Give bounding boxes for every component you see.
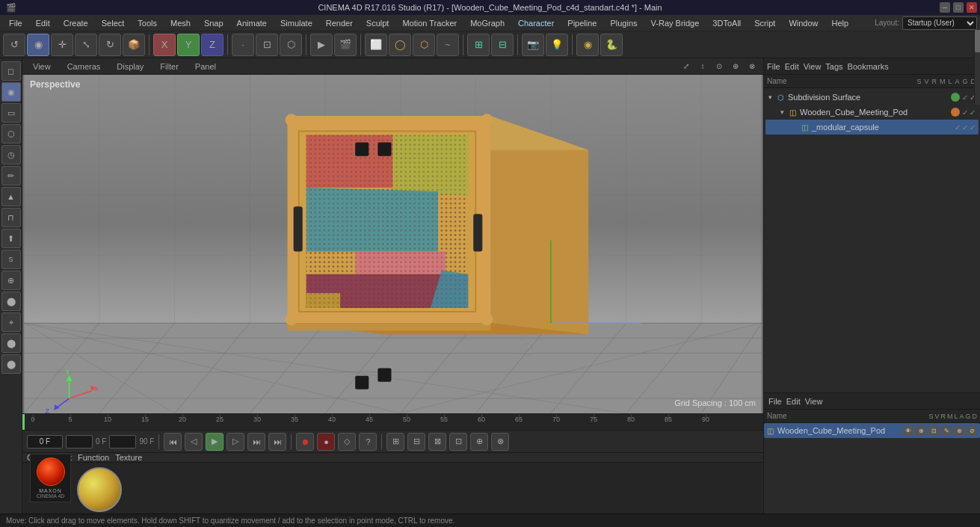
object-tool[interactable]: 📦 [123, 34, 145, 56]
attr-ctrl-1[interactable]: 👁 [903, 425, 913, 436]
material-preview-ball[interactable] [77, 467, 122, 512]
edges-mode[interactable]: ⊡ [256, 34, 278, 56]
menu-vray[interactable]: V-Ray Bridge [645, 17, 706, 29]
magnet-tool[interactable]: ⬤ [1, 292, 21, 311]
goto-start-btn[interactable]: ⏮ [164, 433, 182, 451]
obj-view-menu[interactable]: View [804, 62, 822, 71]
menu-motion-tracker[interactable]: Motion Tracker [396, 17, 463, 29]
slide-tool[interactable]: ⊕ [1, 271, 21, 290]
symmetry-tool[interactable]: ⊟ [491, 34, 514, 56]
menu-simulate[interactable]: Simulate [274, 17, 318, 29]
menu-edit[interactable]: Edit [30, 17, 56, 29]
bevel-tool[interactable]: S [1, 250, 21, 269]
smooth-brush[interactable]: ⬤ [1, 333, 21, 353]
extrude-tool[interactable]: ⬆ [1, 229, 21, 248]
scrollbar-thumb[interactable] [975, 30, 980, 52]
view5-btn[interactable]: ⊕ [470, 433, 488, 451]
bridge-tool[interactable]: ⊓ [1, 208, 21, 227]
minimize-button[interactable]: ─ [940, 2, 950, 13]
viewport-canvas[interactable]: Perspective Grid Spacing : 100 cm [22, 75, 763, 413]
menu-3dtoall[interactable]: 3DToAll [706, 17, 747, 29]
viewport-icon-5[interactable]: ⊗ [745, 60, 759, 73]
help-btn[interactable]: ? [359, 433, 377, 451]
view1-btn[interactable]: ⊞ [386, 433, 404, 451]
attr-file-menu[interactable]: File [768, 397, 782, 406]
viewport-icon-1[interactable]: ⤢ [679, 60, 693, 73]
cylinder-primitive[interactable]: ⬡ [413, 34, 435, 56]
z-axis-btn[interactable]: Z [201, 34, 224, 56]
polygon-mode[interactable]: ⬡ [280, 34, 302, 56]
play-btn[interactable]: ▶ [206, 433, 224, 451]
obj-row-modular[interactable]: ◫ _modular_capsule ✓ ✓ ✓ [765, 120, 979, 135]
menu-select[interactable]: Select [96, 17, 131, 29]
loop-select[interactable]: ◷ [1, 145, 21, 164]
viewport-filter-tab[interactable]: Filter [154, 61, 184, 73]
keyframe-btn[interactable]: ◇ [338, 433, 356, 451]
menu-window[interactable]: Window [783, 17, 824, 29]
menu-sculpt[interactable]: Sculpt [360, 17, 395, 29]
goto-end-btn[interactable]: ⏭ [247, 433, 265, 451]
maximize-button[interactable]: □ [953, 2, 964, 13]
points-mode[interactable]: · [232, 34, 254, 56]
obj-row-wooden-cube[interactable]: ▾ ◫ Wooden_Cube_Meeting_Pod ✓ ✓ [765, 105, 979, 120]
vray-sphere[interactable]: ◉ [576, 34, 599, 56]
play-render[interactable]: ▶ [310, 34, 333, 56]
model-mode-tool[interactable]: ◉ [27, 34, 49, 56]
right-scrollbar[interactable] [974, 30, 980, 105]
mat-texture-menu[interactable]: Texture [115, 453, 142, 462]
attr-ctrl-4[interactable]: ✎ [941, 425, 952, 436]
current-frame-input[interactable] [27, 435, 63, 449]
light-tool[interactable]: 💡 [546, 34, 568, 56]
attr-selected-row[interactable]: ◫ Wooden_Cube_Meeting_Pod 👁 ⊕ ⊡ ✎ ⊗ ⊘ [764, 423, 980, 438]
menu-mograph[interactable]: MoGraph [464, 17, 511, 29]
move-tool[interactable]: ✛ [51, 34, 73, 56]
view2-btn[interactable]: ⊟ [407, 433, 425, 451]
undo-tool[interactable]: ↺ [3, 34, 25, 56]
paint-tool[interactable]: ⬤ [1, 354, 21, 374]
viewport-icon-2[interactable]: ↕ [696, 60, 709, 73]
menu-animate[interactable]: Animate [231, 17, 273, 29]
viewport-cameras-tab[interactable]: Cameras [61, 61, 107, 73]
menu-render[interactable]: Render [320, 17, 359, 29]
menu-character[interactable]: Character [512, 17, 560, 29]
viewport-panel-tab[interactable]: Panel [189, 61, 222, 73]
spline-tool[interactable]: ~ [437, 34, 459, 56]
scale-tool[interactable]: ⤡ [75, 34, 97, 56]
menu-tools[interactable]: Tools [132, 17, 163, 29]
fps-input[interactable] [66, 435, 93, 449]
view6-btn[interactable]: ⊗ [491, 433, 509, 451]
viewport-display-tab[interactable]: Display [111, 61, 150, 73]
sphere-primitive[interactable]: ◯ [389, 34, 411, 56]
camera-tool[interactable]: 📷 [522, 34, 544, 56]
menu-snap[interactable]: Snap [198, 17, 229, 29]
menu-pipeline[interactable]: Pipeline [561, 17, 603, 29]
step-fwd-btn[interactable]: ▷ [226, 433, 244, 451]
menu-create[interactable]: Create [58, 17, 94, 29]
obj-tags-menu[interactable]: Tags [825, 62, 842, 71]
menu-script[interactable]: Script [748, 17, 781, 29]
view4-btn[interactable]: ⊡ [449, 433, 467, 451]
record-btn[interactable]: ⏺ [296, 433, 314, 451]
timeline-ruler[interactable]: 051015202530354045505560657075808590 [22, 413, 763, 430]
python-tool[interactable]: 🐍 [600, 34, 623, 56]
menu-plugins[interactable]: Plugins [604, 17, 643, 29]
selection-tool[interactable]: ◻ [1, 61, 21, 81]
layout-dropdown[interactable]: Startup (User) [902, 16, 977, 30]
poly-pen[interactable]: ✏ [1, 166, 21, 185]
obj-edit-menu[interactable]: Edit [785, 62, 799, 71]
viewport-icon-4[interactable]: ⊕ [729, 60, 742, 73]
fps2-input[interactable] [109, 435, 136, 449]
menu-help[interactable]: Help [826, 17, 855, 29]
lasso-select[interactable]: ⬡ [1, 124, 21, 144]
array-tool[interactable]: ⊞ [467, 34, 490, 56]
mat-function-menu[interactable]: Function [78, 453, 109, 462]
rectangle-select[interactable]: ▭ [1, 103, 21, 123]
knife-tool[interactable]: ▲ [1, 187, 21, 206]
cube-primitive[interactable]: ⬜ [365, 34, 387, 56]
attr-edit-menu[interactable]: Edit [786, 397, 801, 406]
brush-tool[interactable]: ⌖ [1, 312, 21, 332]
rotate-tool[interactable]: ↻ [99, 34, 121, 56]
attr-ctrl-2[interactable]: ⊕ [916, 425, 926, 436]
live-selection[interactable]: ◉ [1, 82, 21, 102]
viewport-icon-3[interactable]: ⊙ [712, 60, 726, 73]
